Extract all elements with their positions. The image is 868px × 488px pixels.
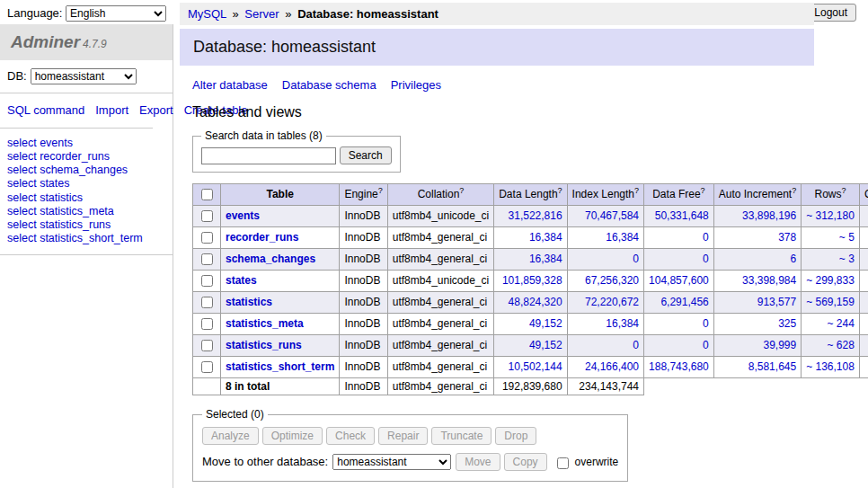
breadcrumb-mysql-link[interactable]: MySQL xyxy=(188,7,226,21)
table-operation-button[interactable]: Analyze xyxy=(202,427,259,445)
auto-increment-cell[interactable]: 39,999 xyxy=(713,335,801,357)
auto-increment-cell[interactable]: 33,398,984 xyxy=(713,271,801,292)
sidebar-table-link[interactable]: select statistics_short_term xyxy=(7,232,165,245)
table-name-link[interactable]: schema_changes xyxy=(226,253,315,265)
index-length-cell[interactable]: 0 xyxy=(567,335,643,357)
move-button[interactable]: Move xyxy=(456,453,500,471)
auto-increment-cell[interactable]: 913,577 xyxy=(713,292,801,314)
column-header-data-length[interactable]: Data Length? xyxy=(494,184,567,206)
db-action-link[interactable]: Database schema xyxy=(282,78,376,92)
overwrite-checkbox[interactable] xyxy=(557,457,569,469)
sidebar-action-link[interactable]: Export xyxy=(139,103,173,117)
help-icon: ? xyxy=(634,186,639,195)
row-checkbox[interactable] xyxy=(201,361,213,373)
data-free-cell[interactable]: 104,857,600 xyxy=(644,271,714,292)
data-length-cell[interactable]: 10,502,144 xyxy=(494,357,567,378)
index-length-cell[interactable]: 72,220,672 xyxy=(567,292,643,314)
index-length-cell[interactable]: 70,467,584 xyxy=(567,206,643,227)
data-free-cell[interactable]: 0 xyxy=(644,314,714,335)
select-all-checkbox[interactable] xyxy=(201,189,213,200)
row-checkbox[interactable] xyxy=(201,297,213,308)
data-free-cell[interactable]: 0 xyxy=(644,249,714,271)
rows-count-cell[interactable]: ~ 628 xyxy=(802,335,860,357)
index-length-cell[interactable]: 16,384 xyxy=(567,314,643,335)
table-operation-button[interactable]: Optimize xyxy=(262,427,323,445)
rows-count-cell[interactable]: ~ 136,108 xyxy=(802,357,860,378)
row-checkbox[interactable] xyxy=(201,275,213,287)
column-header-rows[interactable]: Rows? xyxy=(802,184,860,206)
data-length-cell[interactable]: 48,824,320 xyxy=(494,292,567,314)
table-name-link[interactable]: statistics_meta xyxy=(226,317,304,330)
table-operation-button[interactable]: Check xyxy=(326,427,375,445)
auto-increment-cell[interactable]: 33,898,196 xyxy=(713,206,801,227)
column-header-data-free[interactable]: Data Free? xyxy=(644,184,714,206)
data-length-cell[interactable]: 16,384 xyxy=(494,249,567,271)
row-checkbox[interactable] xyxy=(201,253,213,265)
engine-cell: InnoDB xyxy=(340,335,387,357)
sidebar-table-link[interactable]: select states xyxy=(7,177,165,191)
index-length-cell[interactable]: 0 xyxy=(567,249,643,271)
table-name-link[interactable]: statistics xyxy=(226,296,272,308)
language-select[interactable]: English xyxy=(66,5,166,22)
data-free-cell[interactable]: 6,291,456 xyxy=(644,292,714,314)
search-button[interactable]: Search xyxy=(340,146,392,164)
auto-increment-cell[interactable]: 6 xyxy=(713,249,801,271)
db-action-link[interactable]: Privileges xyxy=(391,78,441,92)
move-db-select[interactable]: homeassistant xyxy=(332,454,451,470)
sidebar-table-link[interactable]: select recorder_runs xyxy=(7,150,165,164)
sidebar-action-link[interactable]: Import xyxy=(95,103,128,117)
row-checkbox[interactable] xyxy=(201,318,213,330)
rows-count-cell[interactable]: ~ 299,833 xyxy=(802,271,860,292)
data-free-cell[interactable]: 0 xyxy=(644,227,714,249)
auto-increment-cell[interactable]: 8,581,645 xyxy=(713,357,801,378)
data-free-cell[interactable]: 188,743,680 xyxy=(644,357,714,378)
data-length-cell[interactable]: 101,859,328 xyxy=(494,271,567,292)
data-length-cell[interactable]: 16,384 xyxy=(494,227,567,249)
copy-button[interactable]: Copy xyxy=(504,453,547,471)
column-header-comment[interactable]: Comment? xyxy=(859,184,868,206)
index-length-cell[interactable]: 24,166,400 xyxy=(567,357,643,378)
index-length-cell[interactable]: 16,384 xyxy=(567,227,643,249)
db-action-link[interactable]: Alter database xyxy=(192,78,268,92)
sidebar-table-link[interactable]: select statistics xyxy=(7,191,165,205)
column-header-engine[interactable]: Engine? xyxy=(340,184,387,206)
table-name-link[interactable]: states xyxy=(226,274,257,287)
engine-cell: InnoDB xyxy=(340,271,387,292)
data-free-cell[interactable]: 50,331,648 xyxy=(644,206,714,227)
row-checkbox[interactable] xyxy=(201,232,213,244)
rows-count-cell[interactable]: ~ 244 xyxy=(802,314,860,335)
index-length-cell[interactable]: 67,256,320 xyxy=(567,271,643,292)
row-checkbox[interactable] xyxy=(201,340,213,351)
breadcrumb-server-link[interactable]: Server xyxy=(244,7,279,21)
search-input[interactable] xyxy=(201,147,336,164)
data-length-cell[interactable]: 49,152 xyxy=(494,314,567,335)
table-operation-button[interactable]: Truncate xyxy=(431,427,492,445)
table-name-link[interactable]: recorder_runs xyxy=(226,231,298,244)
db-select[interactable]: homeassistant xyxy=(31,68,137,84)
table-operation-button[interactable]: Repair xyxy=(378,427,428,445)
rows-count-cell[interactable]: ~ 3 xyxy=(802,249,860,271)
sidebar-table-link[interactable]: select events xyxy=(7,137,165,150)
rows-count-cell[interactable]: ~ 312,180 xyxy=(802,206,860,227)
column-header-table[interactable]: Table xyxy=(221,184,340,206)
table-name-link[interactable]: statistics_runs xyxy=(226,339,302,351)
sidebar-action-link[interactable]: SQL command xyxy=(7,103,84,117)
data-length-cell[interactable]: 31,522,816 xyxy=(494,206,567,227)
data-free-cell[interactable]: 0 xyxy=(644,335,714,357)
sidebar-table-link[interactable]: select schema_changes xyxy=(7,164,165,177)
rows-count-cell[interactable]: ~ 5 xyxy=(802,227,860,249)
sidebar-table-link[interactable]: select statistics_meta xyxy=(7,205,165,218)
table-operation-button[interactable]: Drop xyxy=(495,427,536,445)
table-name-link[interactable]: events xyxy=(226,209,260,222)
rows-count-cell[interactable]: ~ 569,159 xyxy=(802,292,860,314)
collation-cell: utf8mb4_general_ci xyxy=(387,292,493,314)
auto-increment-cell[interactable]: 325 xyxy=(713,314,801,335)
sidebar-table-link[interactable]: select statistics_runs xyxy=(7,218,165,232)
column-header-auto-increment[interactable]: Auto Increment? xyxy=(713,184,801,206)
table-name-link[interactable]: statistics_short_term xyxy=(226,360,334,373)
column-header-index-length[interactable]: Index Length? xyxy=(567,184,643,206)
column-header-collation[interactable]: Collation? xyxy=(387,184,493,206)
row-checkbox[interactable] xyxy=(201,210,213,222)
auto-increment-cell[interactable]: 378 xyxy=(713,227,801,249)
data-length-cell[interactable]: 49,152 xyxy=(494,335,567,357)
